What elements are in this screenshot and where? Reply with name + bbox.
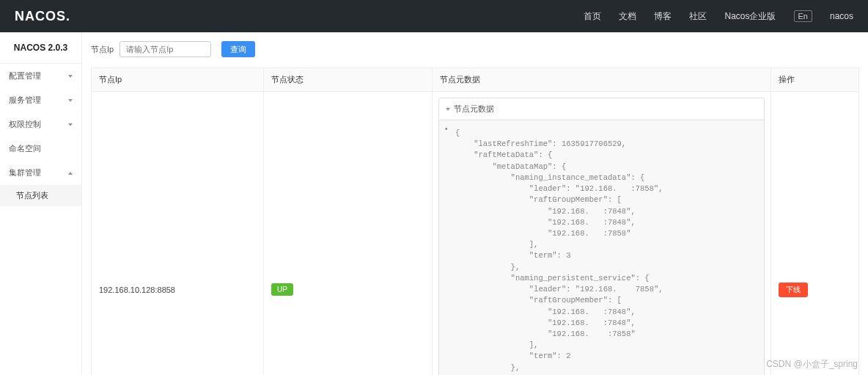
logo: NACOS. [15,9,70,24]
sidebar-item-cluster[interactable]: 集群管理 [0,161,81,185]
sidebar-item-label: 命名空间 [9,143,41,154]
cell-status: UP [264,92,433,376]
main-content: 节点Ip 查询 节点Ip 节点状态 节点元数据 操作 192.168.10.12… [82,32,868,375]
sidebar-item-service[interactable]: 服务管理 [0,88,81,112]
top-nav: 首页 文档 博客 社区 Nacos企业版 En nacos [584,10,853,23]
metadata-panel-title: 节点元数据 [454,103,494,114]
chevron-down-icon [68,123,73,126]
cell-operation: 下线 [771,92,859,376]
nav-home[interactable]: 首页 [584,10,601,23]
metadata-panel: 节点元数据 { "lastRefreshTime": 1635917706529… [438,98,765,375]
cell-ip: 192.168.10.128:8858 [92,92,264,376]
sidebar: NACOS 2.0.3 配置管理 服务管理 权限控制 命名空间 集群管理 节点列… [0,32,82,375]
logo-dot: . [66,9,70,24]
chevron-down-icon [446,108,450,111]
table-header-row: 节点Ip 节点状态 节点元数据 操作 [92,68,859,92]
th-operation: 操作 [771,68,859,92]
nav-community[interactable]: 社区 [689,10,707,23]
sidebar-item-config[interactable]: 配置管理 [0,64,81,88]
lang-switch[interactable]: En [794,10,812,22]
nav-docs[interactable]: 文档 [619,10,636,23]
sidebar-item-label: 权限控制 [9,119,41,130]
nav-user[interactable]: nacos [830,11,853,21]
th-status: 节点状态 [264,68,433,92]
status-badge-up: UP [271,283,293,296]
node-ip-label: 节点Ip [91,44,114,55]
sidebar-subitem-nodelist[interactable]: 节点列表 [0,185,81,206]
nav-enterprise[interactable]: Nacos企业版 [724,10,776,23]
metadata-panel-body: { "lastRefreshTime": 1635917706529, "raf… [439,120,764,375]
metadata-json: { "lastRefreshTime": 1635917706529, "raf… [442,126,761,375]
offline-button[interactable]: 下线 [779,283,808,297]
sidebar-item-label: 集群管理 [9,167,41,178]
main-container: NACOS 2.0.3 配置管理 服务管理 权限控制 命名空间 集群管理 节点列… [0,32,868,375]
metadata-panel-header[interactable]: 节点元数据 [439,98,764,120]
sidebar-item-auth[interactable]: 权限控制 [0,112,81,136]
chevron-up-icon [68,172,73,175]
sidebar-item-label: 服务管理 [9,95,41,106]
th-ip: 节点Ip [92,68,264,92]
sidebar-item-label: 配置管理 [9,70,41,81]
sidebar-item-label: 节点列表 [16,191,48,200]
cell-metadata: 节点元数据 { "lastRefreshTime": 1635917706529… [433,92,771,376]
chevron-down-icon [68,99,73,102]
version-label: NACOS 2.0.3 [0,32,81,64]
search-button[interactable]: 查询 [221,41,255,57]
top-header: NACOS. 首页 文档 博客 社区 Nacos企业版 En nacos [0,0,868,32]
node-ip-input[interactable] [119,41,211,57]
table-row: 192.168.10.128:8858 UP 节点元数据 { "lastRefr… [92,92,859,376]
toolbar: 节点Ip 查询 [91,41,859,57]
chevron-down-icon [68,75,73,78]
node-table: 节点Ip 节点状态 节点元数据 操作 192.168.10.128:8858 U… [91,68,859,375]
nav-blog[interactable]: 博客 [654,10,672,23]
logo-text: NACOS [15,9,66,24]
sidebar-item-namespace[interactable]: 命名空间 [0,136,81,161]
th-metadata: 节点元数据 [433,68,771,92]
